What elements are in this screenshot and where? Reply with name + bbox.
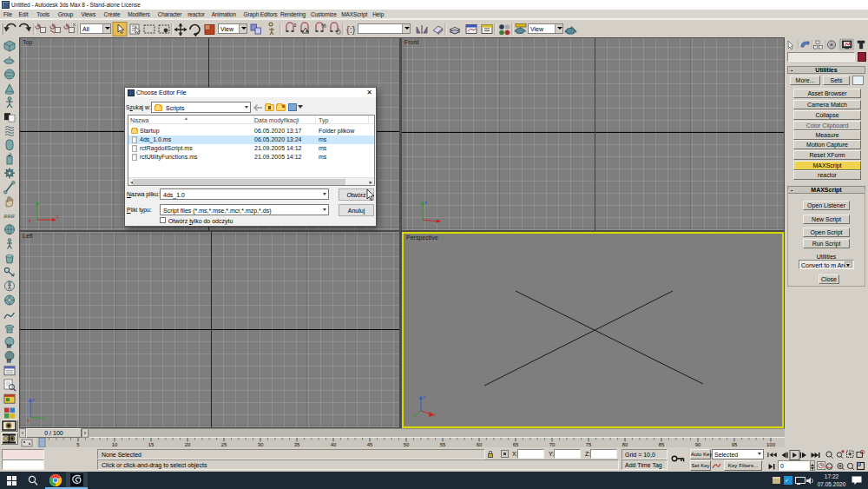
svg-text:%: % <box>321 23 326 29</box>
svg-text:100: 100 <box>766 442 776 447</box>
svg-text:25: 25 <box>221 442 227 447</box>
svg-text:35: 35 <box>294 442 300 447</box>
svg-text:90: 90 <box>695 442 701 447</box>
svg-text:55: 55 <box>440 442 446 447</box>
svg-text:x: x <box>27 418 30 422</box>
svg-text:z: z <box>424 200 427 205</box>
svg-text:65: 65 <box>513 442 519 447</box>
svg-text:20: 20 <box>185 442 191 447</box>
svg-text:M: M <box>7 343 11 349</box>
svg-text:15: 15 <box>148 442 155 447</box>
svg-text:40: 40 <box>331 442 337 447</box>
svg-text:M: M <box>7 358 11 364</box>
svg-text:10: 10 <box>112 442 118 447</box>
svg-text:95: 95 <box>732 442 738 447</box>
svg-text:RRR: RRR <box>3 213 16 220</box>
svg-text:60: 60 <box>477 442 483 447</box>
svg-text:x: x <box>56 214 59 219</box>
svg-text:z: z <box>29 218 31 223</box>
svg-text:85: 85 <box>659 442 665 447</box>
svg-text:x: x <box>433 412 436 417</box>
svg-text:{:}: {:} <box>346 24 356 35</box>
svg-text:80: 80 <box>622 442 628 447</box>
svg-text:45: 45 <box>367 442 373 447</box>
svg-text:z: z <box>32 397 35 402</box>
svg-text:z: z <box>423 394 425 400</box>
svg-text:75: 75 <box>586 442 592 447</box>
svg-text:50: 50 <box>404 442 410 447</box>
svg-text:30: 30 <box>258 442 264 447</box>
svg-text:70: 70 <box>549 442 556 447</box>
